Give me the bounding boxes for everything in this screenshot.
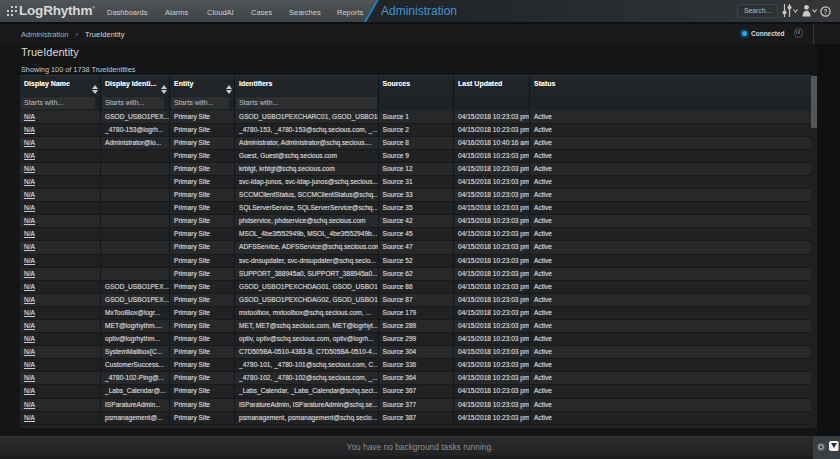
svg-text:?: ? [823, 8, 827, 15]
